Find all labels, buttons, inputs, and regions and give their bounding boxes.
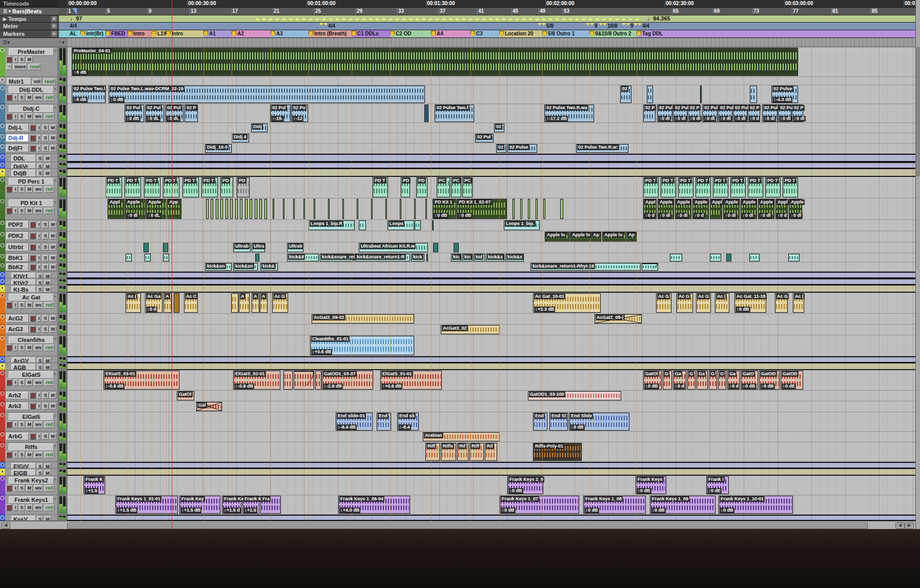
tempo-change-triangle-icon[interactable]	[608, 18, 613, 22]
clip[interactable]: Riff	[425, 443, 440, 461]
clip[interactable]: 02 Pulse Two.f	[435, 105, 474, 122]
record-enable-button[interactable]	[30, 315, 36, 322]
track-collapse-chevron-icon[interactable]: ▾	[0, 243, 5, 248]
track-collapse-chevron-icon[interactable]: ▾	[0, 515, 5, 520]
clip[interactable]: Ac G	[677, 293, 693, 313]
clip[interactable]: Frank Keys 1_01-01↕+1.5 dB	[115, 496, 178, 514]
solo-button[interactable]: S	[19, 113, 25, 120]
clip[interactable]: PD T	[144, 177, 160, 197]
clip[interactable]: 02 Pul↕0 dl	[702, 105, 718, 122]
solo-button[interactable]: S	[19, 208, 25, 214]
track-lane[interactable]	[67, 356, 920, 363]
track-name[interactable]: Frank Keys1	[9, 496, 54, 504]
clip[interactable]: Frank Keys 1_09↕0 dB	[650, 496, 715, 514]
solo-button[interactable]: S	[37, 463, 43, 469]
clip[interactable]: 02 P↕0 dl	[688, 105, 700, 122]
clip[interactable]: PD T	[748, 177, 763, 197]
input-monitor-button[interactable]: I	[37, 264, 42, 271]
tempo-change-triangle-icon[interactable]	[368, 18, 373, 22]
track-lane[interactable]	[67, 272, 920, 278]
solo-button[interactable]: S	[19, 452, 25, 458]
mute-button[interactable]: M	[50, 433, 57, 440]
clip[interactable]: 02 Pul	[475, 134, 494, 143]
clip[interactable]	[710, 254, 721, 261]
clip[interactable]: Apple lo	[602, 232, 626, 241]
clip[interactable]	[230, 199, 233, 219]
tempo-change-triangle-icon[interactable]	[421, 18, 426, 22]
track-lane[interactable]	[67, 515, 920, 521]
clip[interactable]: Didj	[251, 124, 268, 132]
track-collapse-chevron-icon[interactable]: ▾	[0, 336, 5, 340]
clip[interactable]: Frank Keys 1_06-04↕+4.0 dB	[338, 496, 410, 514]
clip[interactable]: ElGatS_01-01↕+0.6 dB	[380, 371, 442, 390]
track-lane[interactable]: Frank Keys 1_01-01↕+1.5 dBFrank Key↕+1.5…	[67, 495, 920, 515]
clip[interactable]: Ac Gat_10-01↕+2.3 dB	[533, 293, 601, 313]
clip[interactable]: Ultrabeat African Kit.R.w	[359, 243, 428, 252]
mute-button[interactable]: M	[44, 280, 51, 285]
track-collapse-chevron-icon[interactable]: ▾	[0, 199, 5, 204]
track-lane[interactable]: Ac (Ac Ga↕0 dAAc CAAAAc GAc Gat_10-01↕+2…	[67, 293, 920, 314]
clip[interactable]: 02	[496, 144, 506, 153]
solo-button[interactable]: S	[19, 302, 25, 309]
clip[interactable]: kid	[474, 254, 485, 261]
track-collapse-chevron-icon[interactable]: ▾	[0, 169, 5, 174]
clip[interactable]: App	[167, 199, 181, 219]
track-collapse-chevron-icon[interactable]: ▾	[0, 263, 5, 268]
mute-button[interactable]: M	[50, 403, 57, 410]
clip[interactable]: Riffs	[441, 443, 456, 461]
track-collapse-chevron-icon[interactable]: ▾	[0, 293, 5, 298]
track-name[interactable]: Ddj-L	[6, 124, 29, 132]
track-name[interactable]: Clean5ths	[9, 336, 54, 344]
track-name[interactable]: AcG3	[6, 326, 29, 333]
automation-mode-button[interactable]: red	[44, 302, 54, 309]
input-monitor-button[interactable]: I	[13, 186, 18, 193]
clip[interactable]: GatOl↕0 dB	[643, 371, 662, 390]
clip[interactable]: Frank K↕+1.5	[242, 496, 259, 514]
clip[interactable]: 02 Pul↕0 dB	[125, 105, 144, 122]
marker-item[interactable]: 9&10/8 Outro 2	[589, 31, 631, 36]
clip[interactable]: End Slide↕0 dB	[569, 413, 629, 431]
tempo-change-triangle-icon[interactable]	[615, 18, 620, 22]
clip[interactable]: End Sl	[549, 413, 568, 431]
clip[interactable]: A	[260, 293, 268, 313]
clip[interactable]: Riff	[469, 443, 484, 461]
track-collapse-chevron-icon[interactable]: ▾	[0, 279, 5, 283]
clip[interactable]	[226, 199, 228, 219]
track-lane[interactable]	[67, 363, 920, 370]
track-name[interactable]: KtVr2	[11, 279, 36, 285]
track-menu-arrow-icon[interactable]: ▾	[54, 477, 56, 482]
track-name[interactable]: ElGtV	[11, 463, 36, 469]
clip[interactable]: kick&snare_return1-R	[355, 254, 410, 261]
track-view-selector[interactable]: wv	[34, 208, 43, 214]
track-lane[interactable]	[67, 169, 920, 177]
input-monitor-button[interactable]: I	[13, 302, 18, 309]
clip[interactable]: kick&sn	[233, 263, 258, 271]
clip[interactable]: PD	[416, 177, 427, 197]
clip[interactable]: A	[239, 293, 250, 313]
track-menu-arrow-icon[interactable]: ▾	[54, 106, 56, 110]
meter-change-triangle-icon[interactable]	[622, 23, 626, 26]
clip[interactable]: ElGatS_03-01↕-0.8 dB	[104, 371, 179, 390]
clip[interactable]: Arabian	[423, 432, 500, 441]
solo-button[interactable]: S	[19, 485, 25, 492]
track-lane[interactable]	[67, 162, 920, 169]
meter-change-triangle-icon[interactable]	[603, 23, 607, 26]
tempo-change-triangle-icon[interactable]	[275, 18, 280, 22]
track-view-selector[interactable]: wv	[34, 485, 43, 492]
clip[interactable]: Riffs-Poly-01	[533, 443, 582, 461]
clip[interactable]: 02 P↕0 d	[748, 105, 760, 122]
clip[interactable]: GatO↕0 dB	[741, 371, 758, 390]
tempo-change-triangle-icon[interactable]	[455, 18, 460, 22]
clip[interactable]	[560, 199, 563, 219]
clip[interactable]: Ultrab	[287, 243, 303, 252]
marker-item[interactable]: Intro	[166, 31, 183, 36]
marker-item[interactable]: C3	[471, 31, 483, 36]
ruler-tempo-strip[interactable]: ♩97♩94.365	[59, 15, 920, 22]
clip[interactable]	[294, 371, 314, 390]
automation-mode-button[interactable]: red	[44, 379, 54, 386]
track-lane[interactable]: ElGatS_03-01↕-0.8 dBElGatS_02-01↕-0.8 dB…	[67, 370, 920, 391]
clip[interactable]: Apple lo	[545, 232, 569, 241]
tempo-change-triangle-icon[interactable]	[588, 18, 593, 22]
input-monitor-button[interactable]: I	[37, 221, 42, 228]
track-lane[interactable]: Gal	[67, 401, 920, 412]
